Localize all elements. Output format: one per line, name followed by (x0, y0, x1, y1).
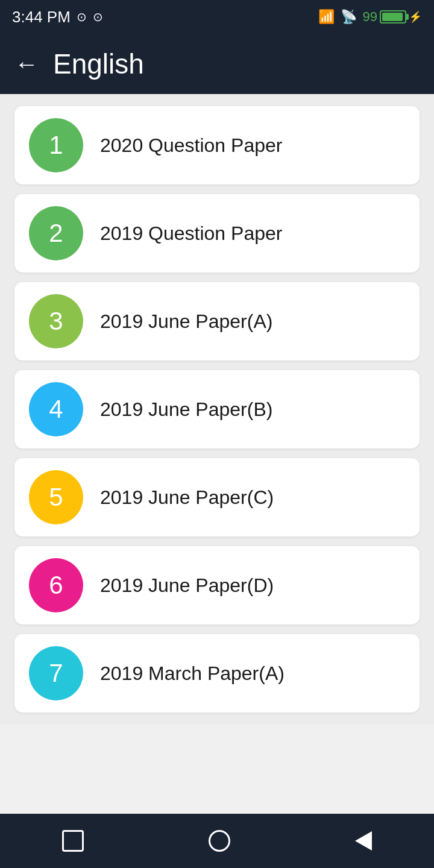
item-number: 2 (29, 206, 83, 260)
bottom-nav (0, 814, 434, 868)
list-item[interactable]: 72019 March Paper(A) (14, 634, 420, 712)
item-number: 7 (29, 646, 83, 700)
top-bar: ← English (0, 34, 434, 94)
status-icons: 📶 📡 99 ⚡ (318, 9, 422, 25)
back-nav-button[interactable] (355, 831, 372, 851)
paper-list: 12020 Question Paper22019 Question Paper… (0, 94, 434, 725)
circle-icon (209, 830, 230, 852)
item-label: 2019 Question Paper (100, 222, 282, 245)
item-label: 2019 June Paper(A) (100, 310, 272, 333)
list-item[interactable]: 22019 Question Paper (14, 194, 420, 272)
page-title: English (53, 48, 144, 80)
sim-icon: ⊙ (77, 10, 87, 24)
item-label: 2019 March Paper(A) (100, 662, 285, 685)
item-number: 3 (29, 294, 83, 348)
item-number: 6 (29, 558, 83, 612)
list-item[interactable]: 12020 Question Paper (14, 106, 420, 184)
item-number: 4 (29, 382, 83, 436)
list-item[interactable]: 52019 June Paper(C) (14, 458, 420, 536)
signal-icon: 📶 (318, 9, 335, 25)
battery-icon (380, 10, 406, 24)
wifi-icon: 📡 (341, 9, 357, 25)
item-label: 2019 June Paper(C) (100, 486, 274, 509)
home-button[interactable] (209, 830, 230, 852)
list-item[interactable]: 32019 June Paper(A) (14, 282, 420, 360)
item-number: 5 (29, 470, 83, 524)
triangle-icon (355, 831, 372, 851)
item-label: 2020 Question Paper (100, 134, 282, 157)
status-time: 3:44 PM ⊙ ⊙ (12, 8, 103, 27)
item-label: 2019 June Paper(D) (100, 574, 274, 597)
back-button[interactable]: ← (14, 51, 39, 78)
list-item[interactable]: 62019 June Paper(D) (14, 546, 420, 624)
battery-container: 99 ⚡ (363, 9, 422, 25)
item-label: 2019 June Paper(B) (100, 398, 272, 421)
square-icon (62, 830, 84, 852)
recent-apps-button[interactable] (62, 830, 84, 852)
charging-icon: ⚡ (409, 10, 422, 24)
battery-percent: 99 (363, 9, 377, 25)
item-number: 1 (29, 118, 83, 172)
status-bar: 3:44 PM ⊙ ⊙ 📶 📡 99 ⚡ (0, 0, 434, 34)
sim2-icon: ⊙ (93, 10, 103, 24)
list-item[interactable]: 42019 June Paper(B) (14, 370, 420, 448)
time-text: 3:44 PM (12, 8, 71, 27)
